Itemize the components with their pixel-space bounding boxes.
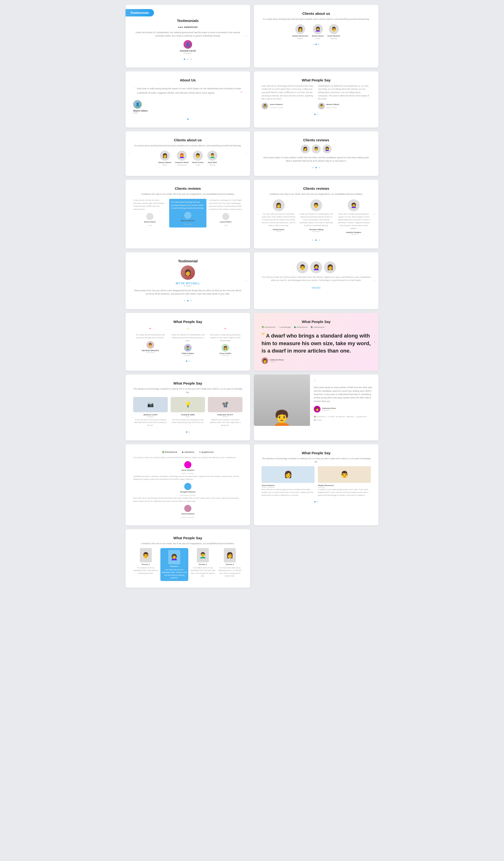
wps3-cols: " It's mainly about working hard and pro… [133,327,242,356]
cr-title: Clients reviews [262,138,371,142]
clients-reviews-right-card: Clients reviews 👩 👨 👩‍🦱 Each party steal… [254,131,378,176]
say-name-1: GEORGE BROOKS [141,350,159,352]
crl-col-1: 👩 I've been with Life Guru for seventeen… [262,199,296,235]
wpi-subtitle: The advance of technology is based on ma… [133,387,242,394]
wtc-role-1: Senior Journalist [262,487,314,488]
img-item-1: 📷 JESSICA CHAIT Assistant A man can who … [133,397,168,426]
next-arrow-sh[interactable]: › [374,278,375,283]
next-arrow-crl[interactable]: › [374,212,375,216]
say-text-1: It's mainly about working hard and provi… [133,333,167,339]
testimonials-card-title: Testimonials [133,18,242,23]
sh-read-more[interactable]: read more [312,286,321,288]
fp-2: 👩‍🦱 Person 2 I've never had more for ded… [160,548,188,581]
fp-name-1: Person 1 [142,563,150,565]
wps-four-card: What People Say Limitations live only in… [126,529,250,588]
wps-person-1: 👩 Jesse Roberts Computer Science [262,102,314,109]
pt-quote: " A dwarf who brings a standard along wi… [262,331,371,355]
about-us-avatar: 👤 [133,100,142,109]
cr3-aname-hl: Bianca Mitchell [181,219,195,222]
face-image: 🧑‍🦱 [254,374,310,426]
say-role-1: Accountant [146,352,154,353]
cf-avatar-1: 👩 [160,151,170,161]
face-author-name: Catherine Ross [322,407,336,409]
dot-j [312,240,313,241]
fp-text-3: I've worked out for me by dedicating The… [190,566,215,577]
brand-4: 💻 codecanyon [310,326,324,328]
fp-text-4: I've never had made my by dedicating The… [218,566,243,577]
client-name-2: Emma Stone [312,35,323,37]
prev-arrow-cf[interactable]: ‹ [129,151,130,156]
dot-3 [191,58,192,60]
testimonial-single-card: Testimonial 👩 MITTIE MITCHELL Designer T… [126,252,250,309]
say-col-3: " Each year is really spring during the … [208,327,242,356]
wtc-name-2: Shady Stevenson [318,484,371,487]
next-arrow-ts[interactable]: › [246,278,247,283]
quote-left-icon: " [133,86,136,93]
cr3-arole-hl: Accountant [183,223,192,226]
dot-p [186,360,187,362]
img-text-3: Baltimore was already, a conscious selec… [208,419,242,426]
client-name-1: Shady Stevenson [292,35,308,37]
img-name-1: JESSICA CHAIT [143,414,158,416]
about-us-card: About Us " Each year is really spring du… [126,71,250,127]
img-name-3: CHELSEA SCOTT [217,414,233,416]
face-quote-sym: " [314,379,375,384]
crl-av-2: 👨 [310,199,322,211]
crl-cols: 👩 I've been with Life Guru for seventeen… [262,199,371,235]
face-author-av: 👩 [314,406,321,412]
dot-h [316,167,317,168]
say-text-3: Each year is really spring during the se… [208,333,242,342]
crl-role-3: Planner [351,233,356,235]
say-col-1: " It's mainly about working hard and pro… [133,327,167,356]
prev-arrow-ts[interactable]: ‹ [129,278,130,283]
client-role-3: Secretary [330,38,337,39]
about-us-author: Wayne Adams [133,110,242,112]
next-arrow[interactable]: › [246,34,247,38]
face-author-role: Journalist [322,409,336,411]
cf-1: 👩 Stacey Adams Nurse [158,151,171,166]
dot-e [314,114,316,115]
dot-r [186,431,187,433]
bt-text-2: Capitalism produces: pluralism, pluralis… [133,475,242,481]
fb-1: 🌿 themeforest [314,416,326,418]
testimonials-author-role: Designer [184,52,192,54]
crl-av-1: 👩 [273,199,285,211]
bt-arole-2: Ambassador-Senator [180,494,196,497]
pt-quote-text: A dwarf who brings a standard along with… [262,333,370,354]
testimonials-card: Testimonials Testimonials ●●● nametrust … [126,5,250,68]
ts-title: Testimonial [133,259,242,263]
brand-1: 🌿 themeforest [262,326,275,328]
img-box-1: 📷 [133,397,168,412]
dot-l [319,240,320,241]
ts-avatar: 👩 [181,265,195,280]
bt-auth-2: Douglas Dawson Ambassador-Senator [133,483,242,497]
face-author: 👩 Catherine Ross Journalist [314,406,375,412]
wps3-title: What People Say [133,319,242,324]
dot-g [312,167,313,168]
cr-subtitle: Each party steals so many articles of fa… [262,156,371,163]
clients-title: Clients about us [262,12,371,15]
client-item-3: 👨 Scott Gardner Secretary [327,24,340,39]
say-role-2: Designer [184,354,191,356]
cf-name-4: Gary Wolf [208,161,217,164]
next-arrow-cf[interactable]: › [246,151,247,156]
brand-3: 🌲 themeforest [294,326,308,328]
cf-avatar-2: 👩‍🦰 [177,151,187,161]
client-avatar-3: 👨 [329,24,339,34]
wps-col-2: Globalisation, as defined by rich people… [318,84,371,109]
cr3-col-3: In doing the screenplay for Good Night a… [209,199,242,228]
bt-col-3: Even with all our technology and the inv… [133,497,242,519]
cr3-text-hl: It's mainly about working hard and provi… [171,201,205,210]
qm-2: " [187,327,188,332]
dot-k [316,240,317,241]
what-people-say-card-right: What People Say Even with all our techno… [254,71,378,127]
next-arrow-pt[interactable]: › [374,340,375,344]
pt-avatar: 👩 [262,357,268,364]
client-item-1: 👩 Shady Stevenson Painter [292,24,308,39]
prev-arrow-crl[interactable]: ‹ [257,212,258,216]
face-plus-text: 🧑‍🦱 " Each party steals so many articles… [254,374,378,426]
cr3-col-highlight: It's mainly about working hard and provi… [169,199,207,228]
wps-role-2: Nannie Coach [326,106,339,109]
cf-name-1: Stacey Adams [158,161,171,164]
wtc-av-2: 👨 [318,466,371,483]
